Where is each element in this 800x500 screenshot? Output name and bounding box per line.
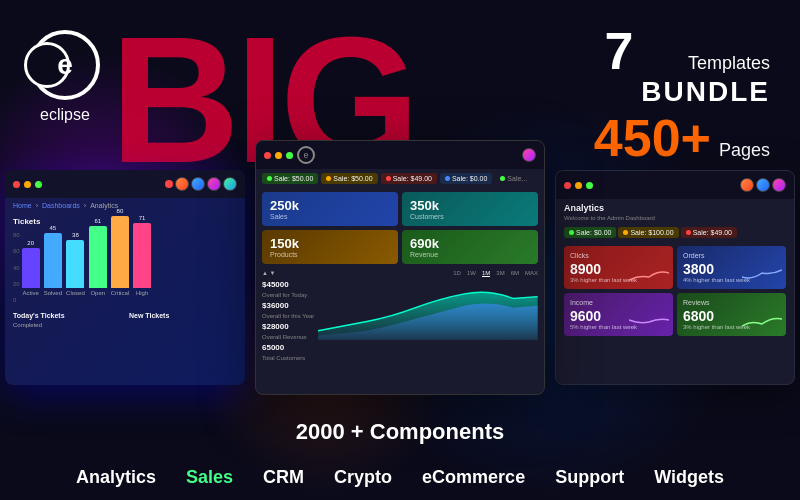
- center-card-3: 690k Revenue: [402, 230, 538, 264]
- time-1m[interactable]: 1M: [482, 270, 490, 277]
- time-max[interactable]: MAX: [525, 270, 538, 277]
- right-pill-dot: [623, 230, 628, 235]
- center-stat-cards: 250k Sales 350k Customers 150k Products …: [256, 188, 544, 268]
- center-avatar: [522, 148, 536, 162]
- card-label: Customers: [410, 213, 530, 220]
- bar-value: 20: [27, 240, 34, 246]
- card-number: 250k: [270, 198, 390, 213]
- bar-visual: [89, 226, 107, 288]
- right-av2: [756, 178, 770, 192]
- win-dot-yellow: [275, 152, 282, 159]
- nav-sales[interactable]: Sales: [186, 467, 233, 488]
- card-label: Products: [270, 251, 390, 258]
- sparkline-2: [629, 312, 669, 332]
- tickets-bar-chart: 20 Active 45 Solved 38 Closed 61 Open 80…: [22, 230, 151, 300]
- center-pill-3: Sale: $0.00: [440, 173, 492, 184]
- bar-label: Critical: [111, 290, 129, 296]
- right-stat-card-0: Clicks 8900 3% higher than last week: [564, 246, 673, 289]
- bar-visual: [44, 233, 62, 288]
- right-avatar-group: [740, 178, 786, 192]
- card-label: Revenue: [410, 251, 530, 258]
- nav-widgets[interactable]: Widgets: [654, 467, 724, 488]
- dashboard-screenshots: Home › Dashboards › Analytics Tickets 80…: [0, 140, 800, 395]
- right-pill-dot: [569, 230, 574, 235]
- completed-label: Completed: [13, 322, 42, 328]
- r-dot-yellow: [575, 182, 582, 189]
- rsc-title-1: Orders: [683, 252, 780, 259]
- pill-dot: [386, 176, 391, 181]
- bar-label: Solved: [44, 290, 62, 296]
- bar-critical: 80 Critical: [111, 208, 129, 296]
- center-card-0: 250k Sales: [262, 192, 398, 226]
- center-card-2: 150k Products: [262, 230, 398, 264]
- time-6m[interactable]: 6M: [511, 270, 519, 277]
- bar-visual: [22, 248, 40, 288]
- bar-visual: [133, 223, 151, 288]
- right-stat-card-3: Reviews 6800 3% higher than last week: [677, 293, 786, 336]
- nav-analytics[interactable]: Analytics: [76, 467, 156, 488]
- notif-badge: [165, 180, 173, 188]
- bar-label: Open: [90, 290, 105, 296]
- nav-support[interactable]: Support: [555, 467, 624, 488]
- nav-crypto[interactable]: Crypto: [334, 467, 392, 488]
- right-pill-0: Sale: $0.00: [564, 227, 616, 238]
- rsc-title-2: Income: [570, 299, 667, 306]
- center-dash-logo: e: [297, 146, 315, 164]
- right-stat-pills: Sale: $0.00Sale: $100.00Sale: $49.00: [556, 225, 794, 242]
- sparkline-3: [742, 312, 782, 332]
- bar-closed: 38 Closed: [66, 232, 85, 296]
- logo-letter: e: [57, 49, 73, 81]
- bar-solved: 45 Solved: [44, 225, 62, 296]
- card-number: 350k: [410, 198, 530, 213]
- bundle-templates-label: Templates: [641, 53, 770, 74]
- bar-label: Closed: [66, 290, 85, 296]
- bar-visual: [66, 240, 84, 288]
- right-pill-dot: [686, 230, 691, 235]
- bar-open: 61 Open: [89, 218, 107, 296]
- sparkline-1: [742, 265, 782, 285]
- card-label: Sales: [270, 213, 390, 220]
- time-3m[interactable]: 3M: [496, 270, 504, 277]
- new-tickets-title: New Tickets: [129, 312, 237, 319]
- center-stat-pills: Sale: $50.00Sale: $50.00Sale: $49.00Sale…: [256, 169, 544, 188]
- today-tickets-title: Today's Tickets: [13, 312, 121, 319]
- center-card-1: 350k Customers: [402, 192, 538, 226]
- bar-visual: [111, 216, 129, 288]
- bottom-navigation[interactable]: Analytics Sales CRM Crypto eCommerce Sup…: [0, 467, 800, 488]
- right-av1: [740, 178, 754, 192]
- chart-time-labels: ▲ ▼ 1D 1W 1M 3M 6M MAX: [262, 270, 538, 277]
- nav-ecommerce[interactable]: eCommerce: [422, 467, 525, 488]
- time-1w[interactable]: 1W: [467, 270, 476, 277]
- center-dashboard: e Sale: $50.00Sale: $50.00Sale: $49.00Sa…: [255, 140, 545, 395]
- tickets-section: Tickets 80 60 40 20 0 20 Active 45 Solve…: [5, 213, 245, 309]
- right-av3: [772, 178, 786, 192]
- right-stat-card-2: Income 9600 5% higher than last week: [564, 293, 673, 336]
- right-stat-card-1: Orders 3800 4% higher than last week: [677, 246, 786, 289]
- brand-name: eclipse: [40, 106, 90, 124]
- bar-label: Active: [23, 290, 39, 296]
- avatar-group: [165, 177, 237, 191]
- avatar-4: [223, 177, 237, 191]
- pill-dot: [267, 176, 272, 181]
- r-dot-green: [586, 182, 593, 189]
- window-dot-green: [35, 181, 42, 188]
- logo-icon: e: [30, 30, 100, 100]
- rsc-title-3: Reviews: [683, 299, 780, 306]
- left-dash-header: [5, 170, 245, 198]
- pill-dot: [326, 176, 331, 181]
- rsc-title-0: Clicks: [570, 252, 667, 259]
- right-dash-title: Analytics: [556, 199, 794, 215]
- bar-value: 38: [72, 232, 79, 238]
- bar-value: 80: [117, 208, 124, 214]
- win-dot-green: [286, 152, 293, 159]
- pill-dot: [445, 176, 450, 181]
- nav-crm[interactable]: CRM: [263, 467, 304, 488]
- center-dash-header: e: [256, 141, 544, 169]
- avatar-1: [175, 177, 189, 191]
- bar-high: 71 High: [133, 215, 151, 296]
- center-area-chart: [318, 280, 538, 340]
- time-1d[interactable]: 1D: [453, 270, 461, 277]
- bundle-number: 7: [604, 25, 633, 77]
- pill-dot-extra: [500, 176, 505, 181]
- center-pill-1: Sale: $50.00: [321, 173, 377, 184]
